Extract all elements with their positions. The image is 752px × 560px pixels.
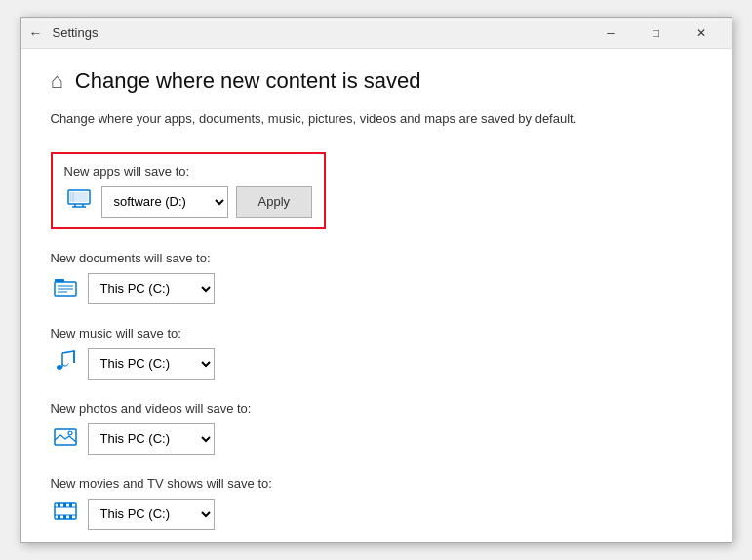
music-icon [51,349,80,378]
maximize-button[interactable]: □ [634,18,679,49]
back-button[interactable]: ← [29,25,43,41]
photos-label: New photos and videos will save to: [51,401,702,416]
documents-icon [51,275,80,301]
apps-section-highlighted: New apps will save to: This PC (C:) [51,152,327,229]
close-button[interactable]: ✕ [679,18,724,49]
photos-row: This PC (C:) software (D:) [51,423,702,455]
svg-rect-19 [58,503,60,507]
svg-rect-20 [63,503,66,507]
movies-section: New movies and TV shows will save to: [51,476,702,530]
page-description: Change where your apps, documents, music… [51,109,702,129]
music-dropdown[interactable]: This PC (C:) software (D:) [88,348,215,380]
apps-label: New apps will save to: [64,164,313,179]
movies-row: This PC (C:) software (D:) [51,499,702,530]
window-controls: ─ □ ✕ [589,18,724,49]
svg-rect-24 [69,515,72,519]
page-header: ⌂ Change where new content is saved [51,68,702,94]
svg-point-15 [68,431,72,435]
window-title: Settings [53,25,589,40]
apps-apply-button[interactable]: Apply [236,186,313,218]
svg-rect-23 [63,515,66,519]
home-icon: ⌂ [51,68,63,94]
documents-section: New documents will save to: This PC (C:)… [51,251,702,304]
settings-window: ← Settings ─ □ ✕ ⌂ Change where new cont… [20,17,732,543]
documents-row: This PC (C:) software (D:) [51,273,702,304]
svg-rect-22 [58,515,60,519]
svg-rect-1 [70,192,88,202]
documents-dropdown[interactable]: This PC (C:) software (D:) [88,273,215,304]
photos-section: New photos and videos will save to: This… [51,401,702,455]
movies-icon [51,501,80,526]
apps-dropdown[interactable]: This PC (C:) software (D:) [101,186,228,218]
content-area: ⌂ Change where new content is saved Chan… [21,49,732,542]
computer-icon [64,189,94,214]
page-title: Change where new content is saved [75,68,421,94]
svg-rect-21 [69,503,72,507]
music-label: New music will save to: [51,326,702,340]
movies-dropdown[interactable]: This PC (C:) software (D:) [88,499,215,530]
photos-dropdown[interactable]: This PC (C:) software (D:) [88,423,215,455]
movies-label: New movies and TV shows will save to: [51,476,702,491]
apps-row: This PC (C:) software (D:) Apply [64,186,313,218]
documents-label: New documents will save to: [51,251,702,265]
minimize-button[interactable]: ─ [589,18,634,49]
photos-icon [51,426,80,451]
music-row: This PC (C:) software (D:) [51,348,702,380]
title-bar: ← Settings ─ □ ✕ [21,18,732,49]
music-section: New music will save to: This PC (C:) sof… [51,326,702,380]
